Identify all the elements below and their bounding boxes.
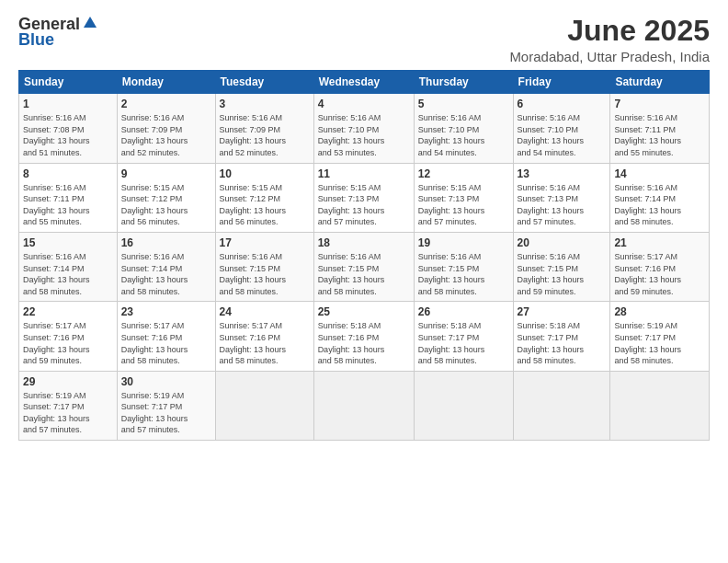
day-number: 25: [318, 305, 410, 318]
day-info: Sunrise: 5:16 AM Sunset: 7:09 PM Dayligh…: [121, 112, 211, 158]
calendar-cell: 13Sunrise: 5:16 AM Sunset: 7:13 PM Dayli…: [513, 163, 610, 232]
calendar-cell: 18Sunrise: 5:16 AM Sunset: 7:15 PM Dayli…: [313, 232, 414, 301]
header-monday: Monday: [117, 71, 215, 94]
calendar-cell: 15Sunrise: 5:16 AM Sunset: 7:14 PM Dayli…: [19, 232, 118, 301]
day-number: 12: [418, 167, 509, 180]
day-info: Sunrise: 5:16 AM Sunset: 7:08 PM Dayligh…: [23, 112, 113, 158]
day-number: 24: [220, 305, 310, 318]
svg-marker-0: [84, 17, 97, 28]
calendar-cell: 30Sunrise: 5:19 AM Sunset: 7:17 PM Dayli…: [117, 371, 215, 440]
calendar-cell: [313, 371, 414, 440]
day-number: 15: [23, 236, 113, 249]
calendar-cell: 3Sunrise: 5:16 AM Sunset: 7:09 PM Daylig…: [215, 94, 313, 163]
day-number: 2: [121, 98, 211, 110]
calendar-cell: 23Sunrise: 5:17 AM Sunset: 7:16 PM Dayli…: [117, 302, 215, 371]
day-info: Sunrise: 5:16 AM Sunset: 7:15 PM Dayligh…: [220, 251, 310, 297]
calendar-cell: 29Sunrise: 5:19 AM Sunset: 7:17 PM Dayli…: [19, 371, 118, 440]
calendar-cell: 9Sunrise: 5:15 AM Sunset: 7:12 PM Daylig…: [117, 163, 215, 232]
location-title: Moradabad, Uttar Pradesh, India: [509, 49, 710, 64]
day-number: 3: [220, 98, 310, 110]
day-number: 20: [518, 236, 607, 249]
calendar-cell: 22Sunrise: 5:17 AM Sunset: 7:16 PM Dayli…: [19, 302, 118, 371]
calendar-cell: 25Sunrise: 5:18 AM Sunset: 7:16 PM Dayli…: [313, 302, 414, 371]
day-number: 22: [23, 305, 113, 318]
day-info: Sunrise: 5:19 AM Sunset: 7:17 PM Dayligh…: [23, 390, 113, 436]
calendar-table: Sunday Monday Tuesday Wednesday Thursday…: [18, 70, 710, 441]
day-info: Sunrise: 5:18 AM Sunset: 7:16 PM Dayligh…: [318, 320, 410, 366]
day-info: Sunrise: 5:17 AM Sunset: 7:16 PM Dayligh…: [121, 320, 211, 366]
header-saturday: Saturday: [610, 71, 710, 94]
calendar-cell: [513, 371, 610, 440]
day-number: 16: [121, 236, 211, 249]
calendar-cell: 17Sunrise: 5:16 AM Sunset: 7:15 PM Dayli…: [215, 232, 313, 301]
day-info: Sunrise: 5:16 AM Sunset: 7:14 PM Dayligh…: [23, 251, 113, 297]
day-number: 27: [518, 305, 607, 318]
day-info: Sunrise: 5:16 AM Sunset: 7:11 PM Dayligh…: [614, 112, 705, 158]
day-info: Sunrise: 5:15 AM Sunset: 7:12 PM Dayligh…: [121, 182, 211, 228]
calendar-cell: 10Sunrise: 5:15 AM Sunset: 7:12 PM Dayli…: [215, 163, 313, 232]
calendar-cell: 24Sunrise: 5:17 AM Sunset: 7:16 PM Dayli…: [215, 302, 313, 371]
day-info: Sunrise: 5:16 AM Sunset: 7:14 PM Dayligh…: [121, 251, 211, 297]
day-number: 8: [23, 167, 113, 180]
day-number: 21: [614, 236, 705, 249]
calendar-cell: 8Sunrise: 5:16 AM Sunset: 7:11 PM Daylig…: [19, 163, 118, 232]
calendar-cell: 16Sunrise: 5:16 AM Sunset: 7:14 PM Dayli…: [117, 232, 215, 301]
calendar-cell: 20Sunrise: 5:16 AM Sunset: 7:15 PM Dayli…: [513, 232, 610, 301]
calendar-cell: 6Sunrise: 5:16 AM Sunset: 7:10 PM Daylig…: [513, 94, 610, 163]
day-number: 28: [614, 305, 705, 318]
day-number: 10: [220, 167, 310, 180]
logo: General Blue: [18, 15, 98, 50]
month-title: June 2025: [509, 15, 710, 47]
calendar-cell: 12Sunrise: 5:15 AM Sunset: 7:13 PM Dayli…: [414, 163, 513, 232]
day-info: Sunrise: 5:15 AM Sunset: 7:12 PM Dayligh…: [220, 182, 310, 228]
day-info: Sunrise: 5:16 AM Sunset: 7:10 PM Dayligh…: [518, 112, 607, 158]
day-number: 11: [318, 167, 410, 180]
calendar-cell: 26Sunrise: 5:18 AM Sunset: 7:17 PM Dayli…: [414, 302, 513, 371]
day-number: 6: [518, 98, 607, 110]
calendar-cell: 2Sunrise: 5:16 AM Sunset: 7:09 PM Daylig…: [117, 94, 215, 163]
day-info: Sunrise: 5:17 AM Sunset: 7:16 PM Dayligh…: [23, 320, 113, 366]
day-info: Sunrise: 5:16 AM Sunset: 7:14 PM Dayligh…: [614, 182, 705, 228]
day-info: Sunrise: 5:16 AM Sunset: 7:13 PM Dayligh…: [518, 182, 607, 228]
calendar-cell: 14Sunrise: 5:16 AM Sunset: 7:14 PM Dayli…: [610, 163, 710, 232]
day-info: Sunrise: 5:19 AM Sunset: 7:17 PM Dayligh…: [614, 320, 705, 366]
header-tuesday: Tuesday: [215, 71, 313, 94]
day-info: Sunrise: 5:15 AM Sunset: 7:13 PM Dayligh…: [318, 182, 410, 228]
logo-blue: Blue: [18, 30, 54, 50]
day-info: Sunrise: 5:15 AM Sunset: 7:13 PM Dayligh…: [418, 182, 509, 228]
day-number: 30: [121, 375, 211, 388]
day-info: Sunrise: 5:16 AM Sunset: 7:10 PM Dayligh…: [318, 112, 410, 158]
day-info: Sunrise: 5:18 AM Sunset: 7:17 PM Dayligh…: [518, 320, 607, 366]
header-sunday: Sunday: [19, 71, 118, 94]
calendar-cell: 7Sunrise: 5:16 AM Sunset: 7:11 PM Daylig…: [610, 94, 710, 163]
day-number: 1: [23, 98, 113, 110]
day-info: Sunrise: 5:17 AM Sunset: 7:16 PM Dayligh…: [220, 320, 310, 366]
calendar-cell: 5Sunrise: 5:16 AM Sunset: 7:10 PM Daylig…: [414, 94, 513, 163]
day-info: Sunrise: 5:19 AM Sunset: 7:17 PM Dayligh…: [121, 390, 211, 436]
day-info: Sunrise: 5:16 AM Sunset: 7:11 PM Dayligh…: [23, 182, 113, 228]
day-number: 26: [418, 305, 509, 318]
day-info: Sunrise: 5:16 AM Sunset: 7:10 PM Dayligh…: [418, 112, 509, 158]
day-number: 17: [220, 236, 310, 249]
calendar-cell: 21Sunrise: 5:17 AM Sunset: 7:16 PM Dayli…: [610, 232, 710, 301]
day-info: Sunrise: 5:16 AM Sunset: 7:15 PM Dayligh…: [518, 251, 607, 297]
day-number: 14: [614, 167, 705, 180]
day-number: 4: [318, 98, 410, 110]
calendar-cell: 27Sunrise: 5:18 AM Sunset: 7:17 PM Dayli…: [513, 302, 610, 371]
day-info: Sunrise: 5:16 AM Sunset: 7:15 PM Dayligh…: [418, 251, 509, 297]
calendar-cell: 4Sunrise: 5:16 AM Sunset: 7:10 PM Daylig…: [313, 94, 414, 163]
calendar-cell: [414, 371, 513, 440]
day-info: Sunrise: 5:16 AM Sunset: 7:09 PM Dayligh…: [220, 112, 310, 158]
day-info: Sunrise: 5:17 AM Sunset: 7:16 PM Dayligh…: [614, 251, 705, 297]
day-number: 29: [23, 375, 113, 388]
calendar-cell: [215, 371, 313, 440]
logo-icon: [82, 15, 98, 31]
header-thursday: Thursday: [414, 71, 513, 94]
calendar-cell: 1Sunrise: 5:16 AM Sunset: 7:08 PM Daylig…: [19, 94, 118, 163]
title-block: June 2025 Moradabad, Uttar Pradesh, Indi…: [509, 15, 710, 64]
day-number: 18: [318, 236, 410, 249]
day-number: 23: [121, 305, 211, 318]
day-info: Sunrise: 5:18 AM Sunset: 7:17 PM Dayligh…: [418, 320, 509, 366]
header-wednesday: Wednesday: [313, 71, 414, 94]
day-number: 5: [418, 98, 509, 110]
